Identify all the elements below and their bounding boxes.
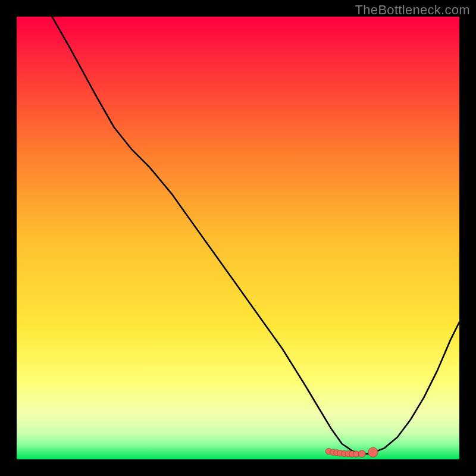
marker-dot <box>368 447 378 457</box>
plot-area <box>17 17 459 459</box>
watermark-text: TheBottleneck.com <box>355 2 470 18</box>
gradient-background <box>17 17 459 459</box>
plot-svg <box>17 17 459 459</box>
marker-dot <box>358 450 365 458</box>
chart-frame: TheBottleneck.com <box>0 0 476 476</box>
